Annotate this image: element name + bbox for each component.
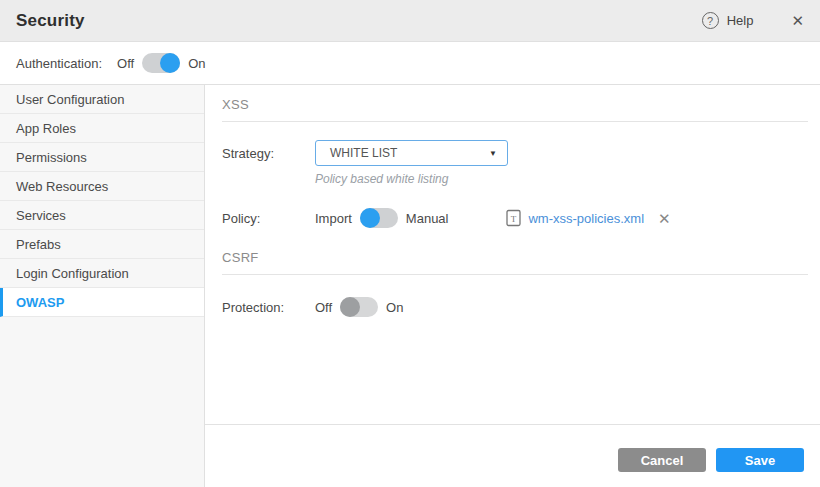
protection-off-label: Off (315, 300, 332, 315)
main-panel: XSS Strategy: WHITE LIST ▼ Policy based … (205, 85, 820, 487)
dialog-footer: Cancel Save (205, 424, 820, 487)
csrf-section-heading: CSRF (222, 250, 808, 275)
svg-text:T: T (511, 214, 517, 224)
text-file-icon: T (506, 209, 521, 227)
strategy-selected-value: WHITE LIST (330, 146, 489, 160)
authentication-on-label: On (188, 56, 205, 71)
sidebar-item-web-resources[interactable]: Web Resources (0, 172, 204, 201)
owasp-settings: XSS Strategy: WHITE LIST ▼ Policy based … (205, 85, 820, 424)
toggle-knob (160, 53, 180, 73)
sidebar-item-prefabs[interactable]: Prefabs (0, 230, 204, 259)
sidebar-item-permissions[interactable]: Permissions (0, 143, 204, 172)
sidebar-item-user-configuration[interactable]: User Configuration (0, 85, 204, 114)
protection-on-label: On (386, 300, 403, 315)
toggle-knob (360, 208, 380, 228)
sidebar-item-owasp[interactable]: OWASP (0, 288, 204, 317)
authentication-toggle[interactable] (142, 53, 180, 73)
policy-manual-label: Manual (406, 211, 449, 226)
sidebar-item-app-roles[interactable]: App Roles (0, 114, 204, 143)
xss-section-heading: XSS (222, 97, 808, 122)
policy-file-chip: T wm-xss-policies.xml ✕ (506, 209, 670, 227)
help-label: Help (727, 13, 754, 28)
close-icon[interactable]: ✕ (791, 13, 804, 28)
strategy-select[interactable]: WHITE LIST ▼ (315, 140, 508, 166)
save-button[interactable]: Save (716, 448, 804, 472)
sidebar: User Configuration App Roles Permissions… (0, 85, 205, 487)
dialog-header: Security ? Help ✕ (0, 0, 820, 42)
strategy-row: Strategy: WHITE LIST ▼ (222, 140, 808, 166)
policy-toggle[interactable] (360, 208, 398, 228)
strategy-label: Strategy: (222, 146, 315, 161)
authentication-label: Authentication: (16, 56, 102, 71)
dialog-body: User Configuration App Roles Permissions… (0, 85, 820, 487)
authentication-off-label: Off (117, 56, 134, 71)
protection-label: Protection: (222, 300, 315, 315)
chevron-down-icon: ▼ (489, 149, 497, 158)
policy-import-label: Import (315, 211, 352, 226)
help-button[interactable]: ? Help (702, 12, 754, 29)
protection-toggle[interactable] (340, 297, 378, 317)
policy-label: Policy: (222, 211, 315, 226)
protection-row: Protection: Off On (222, 297, 808, 317)
policy-file-link[interactable]: wm-xss-policies.xml (528, 211, 644, 226)
sidebar-item-login-configuration[interactable]: Login Configuration (0, 259, 204, 288)
page-title: Security (16, 11, 85, 31)
cancel-button[interactable]: Cancel (618, 448, 706, 472)
authentication-bar: Authentication: Off On (0, 42, 820, 85)
toggle-knob (340, 297, 360, 317)
security-dialog: Security ? Help ✕ Authentication: Off On… (0, 0, 820, 487)
help-icon: ? (702, 12, 719, 29)
strategy-helper-text: Policy based white listing (315, 172, 808, 186)
header-actions: ? Help ✕ (702, 12, 804, 29)
sidebar-item-services[interactable]: Services (0, 201, 204, 230)
policy-row: Policy: Import Manual T wm-xss-p (222, 208, 808, 228)
remove-file-icon[interactable]: ✕ (658, 211, 671, 226)
